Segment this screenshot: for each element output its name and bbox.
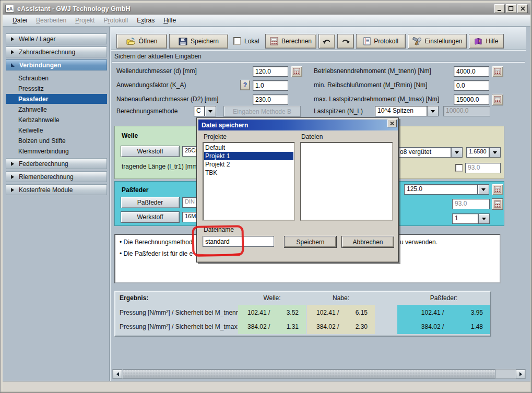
passfeder-length-dropdown-button[interactable] [478,184,489,195]
lastspitzendrehmoment-calc-button[interactable] [492,94,503,105]
open-button[interactable]: Öffnen [116,34,167,49]
sidebar-group-label: Federberechnung [19,160,68,168]
result-value: 102.41 / [238,309,277,316]
calculate-button[interactable]: Berechnen [265,34,316,49]
help-button[interactable]: Hilfe [469,34,504,49]
sidebar-item-zahnwelle[interactable]: Zahnwelle [6,104,107,114]
result-value: 2.30 [346,323,375,330]
app-icon: eA [5,5,14,13]
methode-dropdown-value[interactable]: C [194,106,205,116]
menu-datei[interactable]: Datei [13,17,27,24]
anwendungsfaktor-input[interactable] [253,80,288,91]
sidebar-item-kerbzahnwelle[interactable]: Kerbzahnwelle [6,115,107,125]
nabe-checkbox[interactable] [455,164,463,172]
open-label: Öffnen [139,38,158,45]
nabe-material-number-dropdown-button[interactable] [489,147,501,158]
local-checkbox[interactable] [233,37,241,45]
sidebar-item-bolzen-stifte[interactable]: Bolzen und Stifte [6,136,107,146]
help-question-button[interactable]: ? [240,80,250,90]
menu-protokoll: Protokoll [103,17,128,24]
settings-label: Einstellungen [424,38,462,45]
dialog-close-button[interactable] [387,120,397,127]
window-bottom-frame [3,381,530,391]
window-title: eAssistant - GWJ Technology GmbH [17,5,130,13]
sidebar-group-federberechnung[interactable]: Federberechnung [6,158,107,169]
sidebar-group-zahnradberechnung[interactable]: Zahnradberechnung [6,46,107,57]
project-item-tbk[interactable]: TBK [204,169,293,177]
project-item-default[interactable]: Default [204,144,293,152]
passfeder-length-calc-button[interactable] [492,184,503,195]
label-lastspitzendrehmoment: max. Lastspitzendrehmoment (M_tmax) [Nm] [314,94,439,104]
lastspitzen-dropdown-button[interactable] [427,106,439,116]
filename-input[interactable] [203,236,274,247]
eingaben-methode-b-button: Eingaben Methode B [223,106,301,117]
close-icon [521,6,525,11]
menu-hilfe[interactable]: Hilfe [163,17,176,24]
lastspitzendrehmoment-input[interactable] [454,94,489,105]
passfeder-length-dropdown-value[interactable]: 125.0 [404,184,478,195]
chevron-down-icon [455,151,459,154]
label-wellendurchmesser: Wellendurchmesser (d) [mm] [116,66,197,76]
sidebar-group-verbindungen[interactable]: Verbindungen [6,59,107,70]
redo-button[interactable] [337,34,354,49]
passfeder-value-calc-button[interactable] [492,198,503,210]
welle-panel-title: Welle [122,132,138,139]
lastspitzen-dropdown-value[interactable]: 10^4 Spitzen [375,106,427,116]
sidebar-group-welle-lager[interactable]: Welle / Lager [6,33,107,44]
sidebar-item-keilwelle[interactable]: Keilwelle [6,125,107,135]
sidebar-item-presssitz[interactable]: Presssitz [6,84,107,93]
nabe-material-number-value[interactable]: 1.6580 [466,147,489,158]
projects-list[interactable]: Default Projekt 1 Projekt 2 TBK [203,142,295,221]
betriebsnenndrehmoment-calc-button[interactable] [492,66,503,77]
dialog-titlebar: Datei speichern [198,120,398,130]
close-button[interactable] [517,4,528,13]
methode-dropdown-button[interactable] [205,106,216,116]
project-item-projekt-1[interactable]: Projekt 1 [204,152,293,160]
floppy-icon [179,38,187,45]
horizontal-scrollbar[interactable] [112,369,526,379]
passfeder-count-dropdown-button[interactable] [478,213,490,224]
nabe-material-dropdown-button[interactable] [451,147,463,158]
save-label: Speichern [191,38,219,45]
scroll-left-button[interactable] [113,370,122,378]
arrow-left-icon [116,372,119,376]
sidebar-item-schrauben[interactable]: Schrauben [6,73,107,83]
settings-button[interactable]: Einstellungen [408,34,467,49]
label-lastspitzen: Lastspitzen (N_L) [314,106,363,116]
betriebsnenndrehmoment-input[interactable] [454,66,489,77]
wellendurchmesser-input[interactable] [253,66,288,77]
app-window: eA eAssistant - GWJ Technology GmbH Date… [0,0,532,393]
passfeder-button[interactable]: Paßfeder [121,197,180,208]
sidebar-item-passfeder[interactable]: Passfeder [6,94,107,104]
label-berechnungsmethode: Berechnungsmethode [116,106,178,116]
wellendurchmesser-calc-button[interactable] [291,66,302,77]
nabe-value-disabled: 93.0 [465,163,501,173]
sidebar-item-klemmverbindung[interactable]: Klemmverbindung [6,146,107,156]
results-band-passfeder: 102.41 /3.95 384.02 /1.48 [397,305,490,334]
scrollbar-thumb[interactable] [123,370,495,378]
reibschlussmoment-input[interactable] [454,80,489,91]
dialog-cancel-button[interactable]: Abbrechen [341,236,394,248]
label-reibschlussmoment: min. Reibschlußmoment (M_tRmin) [Nm] [314,80,427,90]
sidebar-group-kostenfreie-module[interactable]: Kostenfreie Module [6,184,107,195]
result-value: 3.52 [277,309,306,316]
save-button[interactable]: Speichern [169,34,228,49]
result-value: 1.31 [277,323,306,330]
minimize-button[interactable] [494,4,505,13]
files-list[interactable] [300,142,393,221]
protocol-button[interactable]: Protokoll [356,34,406,49]
project-item-projekt-2[interactable]: Projekt 2 [204,160,293,169]
scroll-right-button[interactable] [516,370,525,378]
sidebar-group-riemenberechnung[interactable]: Riemenberechnung [6,171,107,182]
welle-werkstoff-button[interactable]: Werkstoff [121,146,180,157]
maximize-button[interactable] [506,4,516,13]
result-value: 3.95 [451,309,490,316]
dialog-title: Datei speichern [202,122,248,129]
menu-extras[interactable]: Extras [137,17,155,24]
chevron-down-icon [481,188,486,191]
nabenaussendurchmesser-input[interactable] [253,94,288,105]
dialog-save-button[interactable]: Speichern [284,236,337,248]
undo-button[interactable] [318,34,335,49]
passfeder-count-dropdown-value[interactable]: 1 [452,213,478,224]
passfeder-werkstoff-button[interactable]: Werkstoff [121,211,180,223]
